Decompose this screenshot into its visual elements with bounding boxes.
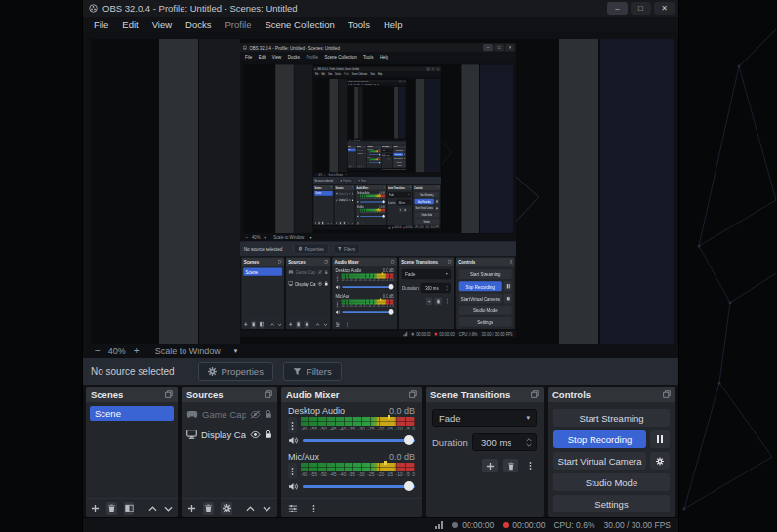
scene-move-up-button[interactable] (270, 320, 274, 328)
add-transition-button[interactable] (482, 459, 498, 472)
scenes-list[interactable]: Scene (86, 402, 178, 498)
virtual-camera-settings-button[interactable] (403, 156, 405, 159)
scene-move-up-button[interactable] (353, 165, 354, 167)
source-row-game-capture[interactable]: Game Capture (286, 267, 330, 277)
spinner-arrows[interactable] (408, 201, 409, 204)
stop-recording-button[interactable]: Stop Recording (458, 281, 501, 291)
audio-mixer-header[interactable]: Audio Mixer (355, 185, 386, 190)
settings-button[interactable]: Settings (553, 495, 670, 512)
pause-recording-button[interactable] (403, 152, 405, 155)
menu-scene-collection[interactable]: Scene Collection (350, 72, 368, 75)
preview-canvas[interactable]: OBS 32.0.4 - Profile: Untitled - Scenes:… (244, 64, 514, 233)
filters-button[interactable]: Filters (356, 178, 369, 184)
eye-icon[interactable] (317, 281, 322, 286)
zoom-out-button[interactable]: − (348, 138, 348, 140)
maximize-button[interactable]: □ (494, 44, 504, 51)
duration-spinner[interactable]: 300 ms (396, 199, 410, 205)
maximize-button[interactable]: □ (430, 67, 435, 71)
audio-mixer-header[interactable]: Audio Mixer (281, 387, 422, 402)
dock-icon[interactable] (354, 145, 355, 146)
menu-edit[interactable]: Edit (320, 72, 327, 75)
lock-icon[interactable] (365, 152, 366, 154)
controls-header[interactable]: Controls (456, 257, 515, 266)
mixer-menu-button[interactable] (307, 502, 320, 515)
close-button[interactable]: ✕ (435, 67, 440, 71)
channel-menu-button[interactable] (288, 417, 297, 433)
scale-mode-select[interactable]: Scale to Window ▾ (328, 173, 346, 176)
channel-menu-button[interactable] (357, 208, 359, 213)
channel-menu-button[interactable] (357, 194, 359, 199)
slider-handle[interactable] (379, 161, 380, 163)
start-streaming-button[interactable]: Start Streaming (393, 149, 405, 152)
start-virtual-camera-button[interactable]: Start Virtual Camera (553, 452, 646, 470)
transition-select[interactable]: Fade ▾ (432, 409, 537, 427)
volume-slider[interactable] (360, 201, 385, 202)
lock-icon[interactable] (365, 149, 366, 151)
remove-transition-button[interactable] (388, 157, 390, 159)
chevron-up-icon[interactable] (526, 438, 532, 442)
add-source-button[interactable] (288, 320, 293, 328)
menu-tools[interactable]: Tools (360, 54, 377, 60)
source-properties-button[interactable] (360, 165, 361, 167)
source-move-up-button[interactable] (348, 221, 349, 225)
controls-header[interactable]: Controls (413, 185, 440, 190)
add-scene-button[interactable] (314, 221, 316, 225)
sources-list[interactable]: Game Capture Display Capture (356, 147, 366, 164)
dock-icon[interactable] (437, 186, 439, 188)
slider-handle[interactable] (379, 153, 380, 155)
volume-slider[interactable] (360, 215, 385, 216)
add-source-button[interactable] (186, 502, 196, 515)
menu-docks[interactable]: Docks (284, 54, 303, 60)
source-row-display-capture[interactable]: Display Capture (286, 278, 330, 288)
audio-mixer-header[interactable]: Audio Mixer (332, 257, 397, 266)
settings-button[interactable]: Settings (458, 317, 511, 327)
slider-handle[interactable] (382, 200, 384, 203)
dock-icon[interactable] (324, 259, 328, 263)
scene-move-up-button[interactable] (327, 221, 329, 225)
stop-recording-button[interactable]: Stop Recording (393, 152, 402, 155)
advanced-audio-button[interactable] (286, 502, 300, 515)
channel-menu-button[interactable] (335, 273, 339, 282)
scene-list-item[interactable]: Scene (314, 191, 333, 196)
lock-icon[interactable] (351, 198, 353, 201)
close-button[interactable]: ✕ (505, 44, 514, 51)
menu-profile[interactable]: Profile (219, 20, 259, 30)
scale-mode-select[interactable]: Scale to Window ▾ (353, 139, 361, 141)
add-transition-button[interactable] (426, 297, 432, 305)
remove-source-button[interactable] (358, 165, 359, 167)
zoom-out-button[interactable]: − (93, 346, 102, 357)
source-move-up-button[interactable] (315, 320, 320, 328)
virtual-camera-settings-button[interactable] (435, 205, 439, 211)
lock-icon[interactable] (324, 269, 328, 275)
speaker-icon[interactable] (357, 214, 359, 217)
source-properties-button[interactable] (304, 320, 308, 328)
menu-help[interactable]: Help (377, 20, 410, 30)
sources-header[interactable]: Sources (334, 185, 354, 190)
advanced-audio-button[interactable] (334, 320, 340, 328)
sources-list[interactable]: Game Capture Display Capture (182, 402, 277, 498)
scenes-list[interactable]: Scene (347, 147, 355, 164)
chevron-up-icon[interactable] (445, 285, 448, 287)
pause-recording-button[interactable] (650, 430, 670, 448)
dock-icon[interactable] (351, 186, 353, 188)
volume-slider[interactable] (303, 485, 415, 488)
lock-icon[interactable] (265, 409, 272, 419)
maximize-button[interactable]: □ (631, 2, 651, 15)
spinner-arrows[interactable] (445, 285, 448, 290)
scale-mode-select[interactable]: Scale to Window ▾ (155, 347, 238, 356)
menu-help[interactable]: Help (376, 83, 379, 85)
virtual-camera-settings-button[interactable] (650, 452, 670, 470)
scene-transitions-header[interactable]: Scene Transitions (387, 185, 412, 190)
minimize-button[interactable]: – (426, 67, 430, 71)
volume-slider[interactable] (342, 311, 393, 313)
dock-icon[interactable] (365, 145, 366, 146)
settings-button[interactable]: Settings (393, 164, 405, 167)
remove-source-button[interactable] (203, 502, 214, 515)
scenes-header[interactable]: Scenes (86, 387, 178, 402)
stop-recording-button[interactable]: Stop Recording (414, 198, 433, 204)
scene-filters-button[interactable] (350, 165, 351, 167)
studio-mode-button[interactable]: Studio Mode (414, 212, 439, 218)
properties-button[interactable]: Properties (358, 141, 366, 143)
titlebar[interactable]: OBS 32.0.4 - Profile: Untitled - Scenes:… (240, 43, 516, 52)
scene-filters-button[interactable] (259, 320, 264, 328)
